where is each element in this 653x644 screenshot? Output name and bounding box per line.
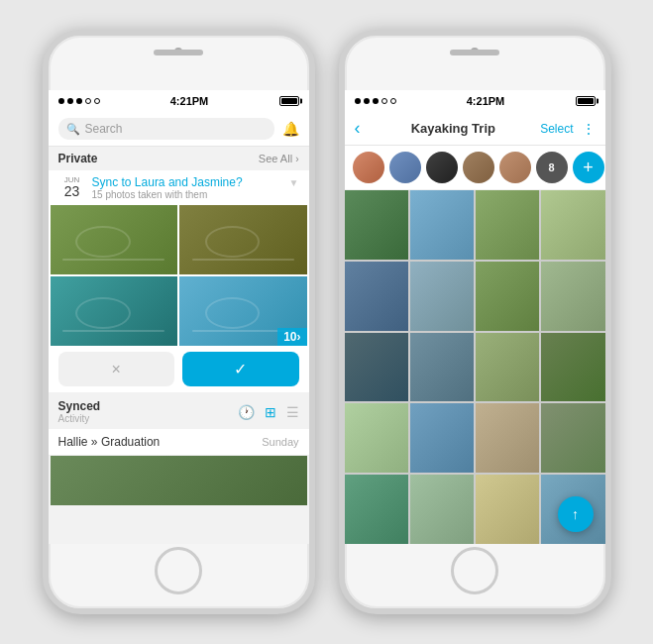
pg-photo-14[interactable] (410, 403, 474, 473)
battery-left (279, 96, 299, 106)
synced-title-group: Synced Activity (58, 399, 101, 424)
private-section-header: Private See All › (49, 147, 309, 170)
kayaking-photo-grid: ↑ (345, 190, 605, 544)
status-right-right (576, 96, 596, 106)
dot1 (58, 98, 64, 104)
pg-photo-4[interactable] (541, 190, 604, 260)
avatar-4[interactable] (463, 152, 494, 183)
pg-photo-16[interactable] (541, 403, 604, 473)
photo-2-overlay (179, 205, 307, 274)
left-screen: 4:21PM 🔍 Search 🔔 Private See All › (49, 90, 309, 544)
avatar-2[interactable] (389, 152, 421, 183)
clock-icon[interactable]: 🕐 (238, 404, 255, 420)
photo-1-overlay (51, 205, 178, 274)
dot4r (381, 98, 387, 104)
pg-photo-1[interactable] (345, 190, 408, 260)
pg-photo-9[interactable] (345, 333, 408, 402)
time-left: 4:21PM (170, 95, 209, 107)
left-iphone: 4:21PM 🔍 Search 🔔 Private See All › (43, 30, 315, 614)
select-button[interactable]: Select (540, 122, 573, 136)
avatar-3[interactable] (426, 152, 458, 183)
pg-photo-5[interactable] (345, 262, 408, 331)
dot4 (85, 98, 91, 104)
dot5r (390, 98, 396, 104)
card-info: Sync to Laura and Jasmine? 15 photos tak… (92, 175, 283, 200)
sync-card: JUN 23 Sync to Laura and Jasmine? 15 pho… (49, 170, 309, 392)
synced-view-icons: 🕐 ⊞ ☰ (238, 404, 299, 420)
signal-dots (58, 98, 100, 104)
avatar-1[interactable] (353, 152, 384, 183)
time-right: 4:21PM (467, 95, 505, 107)
speaker (154, 50, 203, 55)
pg-photo-17[interactable] (345, 475, 408, 544)
pg-photo-2[interactable] (410, 190, 474, 260)
bell-icon[interactable]: 🔔 (282, 121, 299, 137)
photo-3-overlay (51, 276, 178, 346)
synced-arrow-icon: » (91, 435, 101, 449)
dot1r (355, 98, 361, 104)
dot2r (364, 98, 370, 104)
pg-photo-19[interactable] (476, 475, 539, 544)
share-fab-icon: ↑ (572, 506, 579, 522)
synced-item[interactable]: Hallie » Graduation Sunday (49, 429, 309, 456)
accept-icon: ✓ (234, 360, 247, 378)
photo-3[interactable] (51, 276, 178, 346)
back-button[interactable]: ‹ (355, 118, 361, 139)
speaker-right (450, 50, 499, 55)
search-bar: 🔍 Search 🔔 (49, 112, 309, 147)
share-fab-button[interactable]: ↑ (558, 496, 594, 532)
dot5 (94, 98, 100, 104)
photo-2[interactable] (179, 205, 307, 274)
grid-icon[interactable]: ⊞ (265, 404, 276, 420)
decline-icon: × (112, 361, 121, 378)
battery-right (576, 96, 596, 106)
pg-photo-11[interactable] (476, 333, 539, 402)
card-header: JUN 23 Sync to Laura and Jasmine? 15 pho… (49, 170, 309, 205)
dot3 (76, 98, 82, 104)
status-bar-left: 4:21PM (49, 90, 309, 112)
search-icon: 🔍 (66, 123, 80, 136)
photo-4[interactable]: 10› (179, 276, 307, 346)
pg-photo-18[interactable] (410, 475, 474, 544)
see-all-button[interactable]: See All › (259, 153, 299, 164)
pg-photo-10[interactable] (410, 333, 474, 402)
pg-photo-12[interactable] (541, 333, 604, 402)
synced-title: Synced (58, 399, 101, 413)
photo-grid: 10› (51, 205, 307, 346)
pg-photo-6[interactable] (410, 262, 474, 331)
pg-photo-15[interactable] (476, 403, 539, 473)
card-expand-icon[interactable]: ▼ (289, 177, 299, 188)
right-iphone: 4:21PM ‹ Kayaking Trip Select ⋮ 8 + (339, 30, 611, 614)
private-title: Private (58, 152, 98, 165)
add-person-button[interactable]: + (573, 152, 604, 183)
more-photos-badge: 10› (277, 328, 306, 346)
card-title[interactable]: Sync to Laura and Jasmine? (92, 175, 283, 189)
list-icon[interactable]: ☰ (286, 404, 299, 420)
album-title: Kayaking Trip (367, 121, 541, 136)
synced-header: Synced Activity 🕐 ⊞ ☰ (49, 394, 309, 429)
pg-photo-3[interactable] (476, 190, 539, 260)
accept-button[interactable]: ✓ (182, 352, 299, 386)
signal-dots-right (355, 98, 396, 104)
pg-photo-13[interactable] (345, 403, 408, 473)
status-right-left (279, 96, 299, 106)
pg-photo-8[interactable] (541, 262, 604, 331)
avatar-5[interactable] (499, 152, 531, 183)
synced-thumbnail (51, 456, 307, 505)
action-buttons: × ✓ (49, 346, 309, 392)
avatar-count[interactable]: 8 (536, 152, 568, 183)
more-button[interactable]: ⋮ (582, 121, 596, 137)
pg-photo-7[interactable] (476, 262, 539, 331)
synced-section: Synced Activity 🕐 ⊞ ☰ Hallie » Graduatio… (49, 394, 309, 505)
synced-sub: Activity (58, 413, 101, 424)
status-bar-right: 4:21PM (345, 90, 605, 112)
dot2 (67, 98, 73, 104)
decline-button[interactable]: × (58, 352, 175, 386)
photo-1[interactable] (51, 205, 178, 274)
card-subtitle: 15 photos taken with them (92, 189, 283, 200)
search-input-container[interactable]: 🔍 Search (58, 118, 274, 140)
battery-fill-right (578, 98, 594, 104)
search-placeholder: Search (85, 122, 123, 136)
date-badge: JUN 23 (58, 175, 86, 198)
synced-item-title: Hallie » Graduation (58, 435, 161, 449)
